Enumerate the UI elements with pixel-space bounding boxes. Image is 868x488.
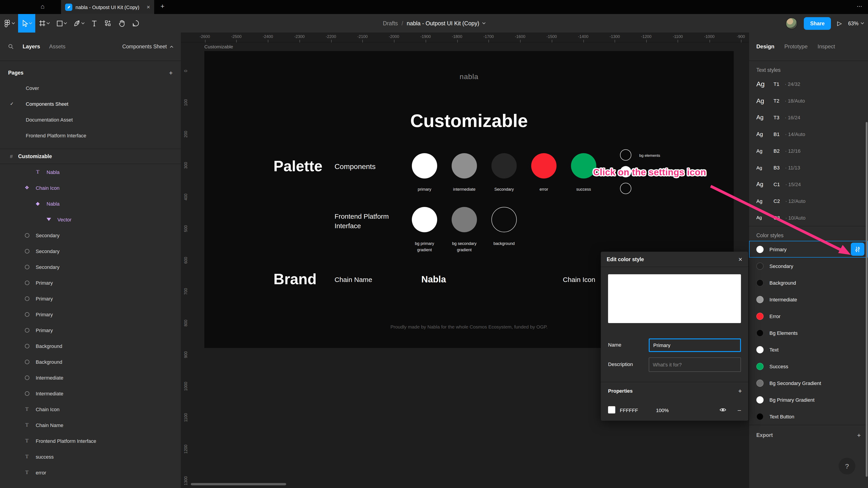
hand-tool[interactable]: [115, 14, 129, 33]
color-style-row[interactable]: Primary: [749, 241, 868, 258]
tab-design[interactable]: Design: [756, 43, 774, 50]
description-input[interactable]: [649, 357, 741, 372]
text-style-row[interactable]: AgB1· 14/Auto: [749, 126, 868, 142]
color-style-row[interactable]: Background: [749, 274, 868, 291]
home-icon[interactable]: ⌂: [41, 3, 44, 10]
layer-row[interactable]: Secondary: [0, 243, 181, 259]
components-tool[interactable]: [101, 14, 115, 33]
layer-row[interactable]: Background: [0, 354, 181, 369]
frame-label[interactable]: Customizable: [204, 44, 233, 49]
text-style-row[interactable]: AgC3· 10/Auto: [749, 209, 868, 226]
page-row[interactable]: ✓Components Sheet: [0, 96, 181, 111]
layer-row[interactable]: Tsuccess: [0, 449, 181, 464]
window-more-icon[interactable]: ⋯: [857, 3, 863, 9]
new-tab-icon[interactable]: +: [160, 2, 164, 10]
eye-icon[interactable]: [719, 406, 726, 414]
color-style-row[interactable]: Error: [749, 308, 868, 324]
palette-swatch[interactable]: [412, 153, 437, 178]
close-icon[interactable]: ×: [738, 255, 742, 263]
page-row[interactable]: Documentation Asset: [0, 111, 181, 127]
layer-row[interactable]: Background: [0, 338, 181, 354]
share-button[interactable]: Share: [804, 17, 831, 30]
avatar[interactable]: [786, 18, 798, 29]
layer-row[interactable]: Secondary: [0, 227, 181, 243]
property-opacity[interactable]: 100%: [656, 408, 669, 413]
layer-row[interactable]: Primary: [0, 322, 181, 338]
mini-swatch[interactable]: [620, 183, 631, 194]
text-tool[interactable]: [88, 14, 101, 33]
add-export-icon[interactable]: +: [857, 431, 861, 439]
layer-row[interactable]: TChain Icon: [0, 401, 181, 417]
layer-row[interactable]: ◆Nabla: [0, 196, 181, 212]
tab-layers[interactable]: Layers: [23, 43, 40, 50]
property-color-swatch[interactable]: [608, 406, 615, 414]
add-property-icon[interactable]: +: [738, 387, 742, 394]
layer-row[interactable]: Vector: [0, 212, 181, 227]
page-row[interactable]: Cover: [0, 80, 181, 96]
horizontal-scrollbar[interactable]: [191, 483, 286, 485]
color-style-row[interactable]: Bg Primary Gradient: [749, 391, 868, 408]
palette-swatch[interactable]: [491, 153, 517, 178]
text-style-row[interactable]: AgT3· 16/24: [749, 109, 868, 126]
page-selector[interactable]: Components Sheet: [122, 44, 173, 49]
layer-row[interactable]: Terror: [0, 464, 181, 480]
color-style-row[interactable]: Bg Secondary Gradient: [749, 375, 868, 391]
fpi-swatch[interactable]: [452, 207, 477, 232]
layer-row[interactable]: ❖Chain Icon: [0, 180, 181, 196]
panel-scrollbar[interactable]: [866, 122, 868, 477]
color-preview-swatch[interactable]: [608, 274, 741, 323]
layer-row[interactable]: TFrontend Platform Interface: [0, 433, 181, 449]
palette-swatch[interactable]: [571, 153, 596, 178]
settings-icon[interactable]: [851, 242, 864, 256]
layer-row[interactable]: Primary: [0, 275, 181, 291]
property-hex[interactable]: FFFFFF: [620, 408, 638, 413]
figma-menu[interactable]: [0, 14, 18, 33]
shape-tool[interactable]: [53, 14, 70, 33]
root-frame-row[interactable]: # Customizable: [0, 149, 181, 164]
file-title[interactable]: nabla - Outpost UI Kit (Copy): [407, 20, 479, 26]
text-style-row[interactable]: AgB2· 12/16: [749, 142, 868, 159]
palette-swatch[interactable]: [531, 153, 557, 178]
comment-tool[interactable]: [129, 14, 143, 33]
color-style-row[interactable]: Text Button: [749, 408, 868, 425]
breadcrumb[interactable]: Drafts / nabla - Outpost UI Kit (Copy): [383, 20, 485, 26]
text-style-row[interactable]: AgT2· 18/Auto: [749, 92, 868, 109]
fpi-swatch[interactable]: [491, 207, 517, 232]
search-icon[interactable]: [8, 44, 13, 49]
color-style-row[interactable]: Intermediate: [749, 291, 868, 308]
color-style-row[interactable]: Secondary: [749, 258, 868, 274]
layer-row[interactable]: Primary: [0, 291, 181, 306]
text-style-row[interactable]: AgC2· 12/Auto: [749, 193, 868, 209]
remove-property-icon[interactable]: –: [738, 407, 741, 414]
tab-prototype[interactable]: Prototype: [784, 43, 808, 50]
add-page-icon[interactable]: +: [169, 69, 173, 76]
text-style-row[interactable]: AgT1· 24/32: [749, 75, 868, 92]
color-style-row[interactable]: Success: [749, 358, 868, 375]
layer-row[interactable]: Intermediate: [0, 369, 181, 385]
palette-swatch[interactable]: [452, 153, 477, 178]
layer-row[interactable]: Intermediate: [0, 385, 181, 401]
page-row[interactable]: Frontend Platform Interface: [0, 127, 181, 143]
tab-assets[interactable]: Assets: [49, 43, 65, 50]
mini-swatch[interactable]: [620, 149, 631, 161]
text-style-row[interactable]: AgC1· 15/24: [749, 176, 868, 193]
name-input[interactable]: [649, 338, 741, 352]
chevron-down-icon[interactable]: [483, 21, 486, 24]
layer-row[interactable]: TChain Name: [0, 417, 181, 433]
fpi-swatch[interactable]: [412, 207, 437, 232]
file-tab[interactable]: nabla - Outpost UI Kit (Copy) ×: [61, 0, 154, 14]
close-tab-icon[interactable]: ×: [147, 4, 150, 10]
text-style-row[interactable]: AgB3· 11/13: [749, 159, 868, 176]
zoom-control[interactable]: 63%: [848, 21, 864, 26]
layer-row[interactable]: TNabla: [0, 164, 181, 180]
color-style-row[interactable]: Text: [749, 341, 868, 358]
present-icon[interactable]: ▷: [837, 20, 842, 27]
tab-inspect[interactable]: Inspect: [817, 43, 835, 50]
breadcrumb-root[interactable]: Drafts: [383, 20, 398, 26]
move-tool[interactable]: [18, 14, 35, 33]
layer-row[interactable]: Secondary: [0, 259, 181, 275]
frame-tool[interactable]: [35, 14, 53, 33]
pen-tool[interactable]: [70, 14, 88, 33]
layer-row[interactable]: Primary: [0, 306, 181, 322]
color-style-row[interactable]: Bg Elements: [749, 324, 868, 341]
